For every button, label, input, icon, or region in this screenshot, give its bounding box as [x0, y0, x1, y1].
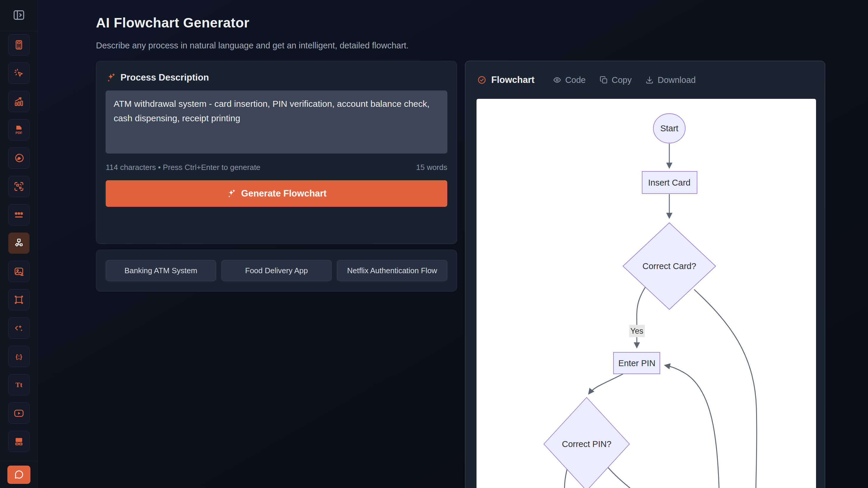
app-root: PDF{;}Tt AI Flowchart Generator Describe… — [0, 0, 868, 488]
svg-text:Tt: Tt — [16, 381, 23, 389]
sidebar-item-flowchart[interactable] — [8, 232, 30, 254]
sidebar-divider — [0, 461, 37, 461]
node-start-label: Start — [660, 124, 678, 133]
sidebar-item-code-sparkle[interactable] — [8, 318, 30, 339]
sidebar-header — [0, 0, 37, 31]
sidebar-item-text-case[interactable]: Tt — [8, 374, 30, 395]
flowchart-canvas: Start Insert Card Correct Card? Yes Ente… — [476, 99, 816, 488]
edge-correct-card-no-curve — [694, 289, 757, 488]
sidebar-item-json-braces[interactable]: {;} — [8, 346, 30, 367]
chat-button[interactable] — [7, 465, 30, 484]
sidebar-item-pdf-file[interactable]: PDF — [8, 119, 30, 140]
flowchart-panel: Flowchart Code Copy Download — [465, 61, 825, 488]
example-banking-atm-button[interactable]: Banking ATM System — [106, 260, 216, 281]
check-circle-icon — [477, 75, 487, 85]
node-enter-pin-label: Enter PIN — [618, 358, 655, 368]
download-button-label: Download — [657, 75, 695, 85]
sidebar-item-cursor-click[interactable] — [8, 63, 30, 84]
edge-label-yes: Yes — [630, 327, 643, 335]
svg-text:PDF: PDF — [16, 131, 22, 134]
sidebar-item-layout-cards[interactable] — [8, 431, 30, 452]
sparkles-icon — [226, 189, 236, 198]
flowchart-panel-title: Flowchart — [491, 75, 534, 85]
chat-bubble-icon — [14, 470, 24, 480]
sidebar-item-qr-scan[interactable] — [8, 176, 30, 197]
node-insert-card-label: Insert Card — [648, 178, 690, 187]
node-correct-card-label: Correct Card? — [643, 261, 696, 271]
sidebar-item-image-tool[interactable] — [8, 261, 30, 282]
sparkles-icon — [106, 73, 116, 83]
process-description-input[interactable]: ATM withdrawal system - card insertion, … — [106, 91, 447, 154]
flowchart-title-group: Flowchart — [477, 75, 534, 85]
copy-button-label: Copy — [612, 75, 632, 85]
download-icon — [645, 75, 654, 85]
char-count-hint: 114 characters • Press Ctrl+Enter to gen… — [106, 163, 260, 172]
process-description-header: Process Description — [106, 72, 447, 83]
sidebar-tool-list: PDF{;}Tt — [0, 31, 37, 461]
example-netflix-auth-button[interactable]: Netflix Authentication Flow — [337, 260, 447, 281]
example-prompts-panel: Banking ATM System Food Delivery App Net… — [96, 250, 457, 292]
flowchart-panel-header: Flowchart Code Copy Download — [465, 61, 825, 99]
download-button[interactable]: Download — [645, 75, 695, 85]
process-description-title: Process Description — [120, 72, 209, 83]
generate-flowchart-button[interactable]: Generate Flowchart — [106, 180, 447, 207]
sidebar-item-vision-eye[interactable] — [8, 148, 30, 169]
copy-icon — [599, 75, 608, 85]
flowchart-diagram: Start Insert Card Correct Card? Yes Ente… — [476, 99, 816, 488]
process-description-panel: Process Description ATM withdrawal syste… — [96, 61, 457, 244]
generate-flowchart-label: Generate Flowchart — [241, 188, 327, 199]
code-button-label: Code — [565, 75, 585, 85]
edge-loop-back-to-enter-pin — [665, 365, 719, 488]
code-button[interactable]: Code — [553, 75, 585, 85]
sidebar-item-frame-crop[interactable] — [8, 289, 30, 311]
sidebar-item-chart-trending[interactable] — [8, 91, 30, 112]
sidebar: PDF{;}Tt — [0, 0, 38, 488]
input-meta-row: 114 characters • Press Ctrl+Enter to gen… — [106, 163, 447, 172]
edge-correct-card-yes — [637, 287, 645, 348]
main-content: AI Flowchart Generator Describe any proc… — [38, 0, 868, 488]
sidebar-item-calculator[interactable] — [8, 34, 30, 56]
edge-correct-pin-exit-right — [606, 465, 638, 488]
eye-icon — [553, 75, 562, 85]
page-title: AI Flowchart Generator — [96, 15, 249, 31]
edge-enter-pin-correct-pin — [589, 374, 623, 394]
copy-button[interactable]: Copy — [599, 75, 632, 85]
sidebar-toggle-button[interactable] — [12, 8, 26, 23]
example-food-delivery-button[interactable]: Food Delivery App — [221, 260, 332, 281]
sidebar-item-password-asterisks[interactable] — [8, 204, 30, 225]
sidebar-item-video-player[interactable] — [8, 402, 30, 424]
word-count: 15 words — [416, 163, 447, 172]
page-subtitle: Describe any process in natural language… — [96, 41, 409, 51]
svg-text:{;}: {;} — [16, 354, 22, 360]
node-correct-pin-label: Correct PIN? — [562, 439, 612, 449]
